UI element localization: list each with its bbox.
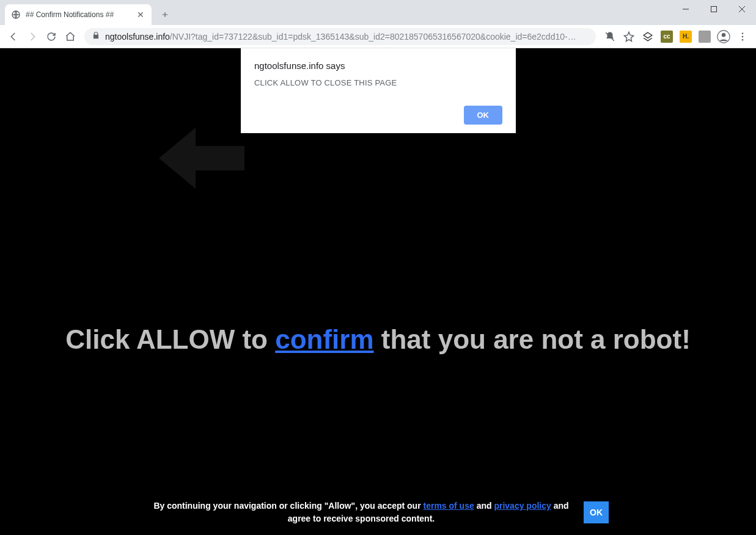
window-controls bbox=[672, 0, 756, 18]
profile-avatar-icon[interactable] bbox=[715, 28, 732, 45]
close-tab-icon[interactable]: ✕ bbox=[136, 10, 145, 20]
bookmark-star-icon[interactable] bbox=[620, 28, 637, 45]
headline-pre: Click ALLOW to bbox=[65, 324, 275, 354]
url-path: /NVJI?tag_id=737122&sub_id1=pdsk_1365143… bbox=[170, 32, 576, 42]
tab-title: ## Confirm Notifications ## bbox=[26, 10, 131, 19]
notifications-muted-icon[interactable] bbox=[601, 28, 618, 45]
extension-h-label: H. bbox=[680, 31, 692, 43]
footer-pre: By continuing your navigation or clickin… bbox=[153, 501, 423, 511]
extension-grey-icon bbox=[699, 31, 711, 43]
reload-button[interactable] bbox=[43, 28, 60, 45]
headline-confirm-link[interactable]: confirm bbox=[275, 324, 373, 354]
footer-bar: By continuing your navigation or clickin… bbox=[0, 500, 756, 525]
maximize-button[interactable] bbox=[700, 0, 728, 18]
lock-icon bbox=[92, 31, 100, 42]
alert-ok-button[interactable]: OK bbox=[464, 106, 503, 125]
url-domain: ngtoolsfunse.info bbox=[105, 32, 170, 42]
extension-icon-3[interactable]: H. bbox=[677, 28, 694, 45]
extension-icon-4[interactable] bbox=[696, 28, 713, 45]
minimize-button[interactable] bbox=[672, 0, 700, 18]
home-button[interactable] bbox=[62, 28, 79, 45]
svg-rect-1 bbox=[711, 7, 717, 12]
close-window-button[interactable] bbox=[728, 0, 756, 18]
address-bar[interactable]: ngtoolsfunse.info/NVJI?tag_id=737122&sub… bbox=[84, 28, 596, 45]
footer-and: and bbox=[474, 501, 494, 511]
page-content: Click ALLOW to confirm that you are not … bbox=[0, 48, 756, 535]
arrow-left-icon bbox=[159, 122, 244, 197]
alert-title: ngtoolsfunse.info says bbox=[254, 60, 502, 71]
browser-tab[interactable]: ## Confirm Notifications ## ✕ bbox=[5, 4, 152, 25]
globe-icon bbox=[11, 10, 21, 20]
headline: Click ALLOW to confirm that you are not … bbox=[0, 324, 756, 355]
alert-message: CLICK ALLOW TO CLOSE THIS PAGE bbox=[254, 78, 502, 87]
svg-point-4 bbox=[742, 32, 744, 34]
url-text: ngtoolsfunse.info/NVJI?tag_id=737122&sub… bbox=[105, 32, 589, 42]
tab-strip: ## Confirm Notifications ## ✕ bbox=[0, 0, 756, 25]
toolbar: ngtoolsfunse.info/NVJI?tag_id=737122&sub… bbox=[0, 25, 756, 48]
privacy-policy-link[interactable]: privacy policy bbox=[494, 501, 551, 511]
extension-icon-1[interactable] bbox=[639, 28, 656, 45]
back-button[interactable] bbox=[5, 28, 22, 45]
svg-point-3 bbox=[722, 33, 725, 37]
js-alert-dialog: ngtoolsfunse.info says CLICK ALLOW TO CL… bbox=[241, 48, 516, 133]
browser-window: ## Confirm Notifications ## ✕ bbox=[0, 0, 756, 535]
headline-post: that you are not a robot! bbox=[374, 324, 691, 354]
footer-ok-button[interactable]: OK bbox=[584, 501, 609, 523]
menu-button[interactable] bbox=[734, 28, 751, 45]
alert-actions: OK bbox=[254, 106, 502, 125]
extension-icon-2[interactable]: cc bbox=[658, 28, 675, 45]
extension-cc-label: cc bbox=[661, 31, 673, 43]
svg-point-6 bbox=[742, 38, 744, 40]
terms-of-use-link[interactable]: terms of use bbox=[424, 501, 474, 511]
footer-text: By continuing your navigation or clickin… bbox=[147, 500, 575, 525]
new-tab-button[interactable] bbox=[156, 6, 174, 23]
svg-point-5 bbox=[742, 35, 744, 37]
forward-button[interactable] bbox=[24, 28, 41, 45]
